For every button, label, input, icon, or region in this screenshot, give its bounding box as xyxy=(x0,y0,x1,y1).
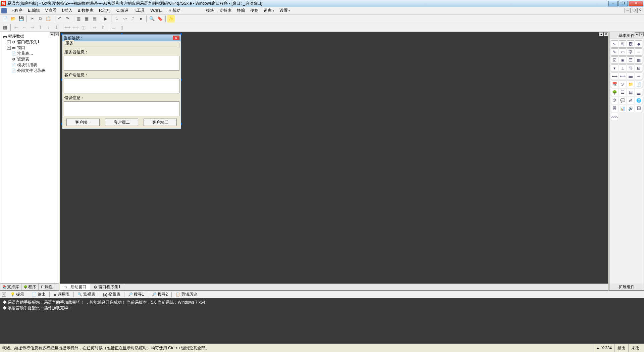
menu-dict[interactable]: 词库 xyxy=(261,7,277,14)
tab-properties[interactable]: 🗒属性 xyxy=(39,284,55,290)
menu-support[interactable]: 支持库 xyxy=(217,7,234,14)
menu-insert[interactable]: I.插入 xyxy=(59,7,75,14)
step-over-icon[interactable]: ⤻ xyxy=(121,15,128,23)
menu-edit[interactable]: E.编辑 xyxy=(25,7,42,14)
pointer-icon[interactable]: ↖ xyxy=(611,40,618,48)
time-comp-icon[interactable]: ⏲ xyxy=(619,81,626,88)
client3-button[interactable]: 客户端三 xyxy=(144,119,177,126)
copy-icon[interactable]: ⧉ xyxy=(37,15,44,23)
server-info-textbox[interactable] xyxy=(64,56,179,71)
tab-program[interactable]: 🌳程序 xyxy=(21,284,39,290)
status-comp-icon[interactable]: ▂ xyxy=(635,89,642,96)
image-comp-icon[interactable]: 🖼 xyxy=(627,40,634,48)
grid-icon[interactable]: ▦ xyxy=(1,24,9,31)
tab-output[interactable]: 📄输出 xyxy=(30,291,48,298)
print-comp-icon[interactable]: 🖨 xyxy=(627,97,634,104)
layout1-icon[interactable]: ▥ xyxy=(75,15,82,23)
video-comp-icon[interactable]: 🎞 xyxy=(635,105,642,112)
client1-button[interactable]: 客户端一 xyxy=(66,119,100,126)
error-info-textbox[interactable] xyxy=(64,101,179,116)
align-left-icon[interactable]: ⇤ xyxy=(12,24,20,31)
save-icon[interactable]: 💾 xyxy=(17,15,25,23)
tree-item[interactable]: ⚙资源表 xyxy=(1,56,58,62)
mdi-close-button[interactable]: ✕ xyxy=(637,8,643,13)
bookmark-icon[interactable]: 🔖 xyxy=(156,15,164,23)
mdi-restore-button[interactable]: ❐ xyxy=(631,8,637,13)
tab-search2[interactable]: 🔎搜寻2 xyxy=(150,291,170,298)
same-height-icon[interactable]: ⟺ xyxy=(72,24,79,31)
mdi-minimize-button[interactable]: ─ xyxy=(625,8,631,13)
menu-static[interactable]: 静编 xyxy=(234,7,248,14)
track-comp-icon[interactable]: ⊸ xyxy=(635,73,642,80)
tree-item[interactable]: 📄模块引用表 xyxy=(1,62,58,68)
line-comp-icon[interactable]: ─ xyxy=(635,48,642,56)
step-out-icon[interactable]: ⤴ xyxy=(129,15,137,23)
align-top-icon[interactable]: ⤒ xyxy=(37,24,44,31)
menu-db[interactable]: B.数据库 xyxy=(75,7,96,14)
list-comp-icon[interactable]: ☰ xyxy=(627,56,634,64)
design-form[interactable]: 当前连接： ✕ 服务 服务器信息： 客户端信息： 错误信息： 客户端一 客户端二 xyxy=(62,34,181,129)
panel-float-icon[interactable]: ◂ xyxy=(635,32,639,36)
panel-comp-icon[interactable]: ▭ xyxy=(619,48,626,56)
layout2-icon[interactable]: ▦ xyxy=(83,15,90,23)
highlight-icon[interactable]: ✨ xyxy=(167,15,175,23)
expand-icon[interactable]: + xyxy=(7,46,11,50)
tab-search1[interactable]: 🔎搜寻1 xyxy=(126,291,147,298)
shape-comp-icon[interactable]: ◆ xyxy=(635,40,642,48)
menu-module[interactable]: 模块 xyxy=(203,7,217,14)
tree-item[interactable]: +⚙窗口程序集1 xyxy=(1,39,58,45)
client2-button[interactable]: 客户端二 xyxy=(105,119,138,126)
align-middle-icon[interactable]: ↕ xyxy=(45,24,52,31)
file-comp-icon[interactable]: 📄 xyxy=(635,81,642,88)
output-console[interactable]: 易语言助手提醒您：易语言助手加载完毕！ ，智能编译开启成功！ 当前易版本：5.6… xyxy=(0,298,644,344)
combo-comp-icon[interactable]: ▾ xyxy=(611,64,618,72)
align-center-h-icon[interactable]: ↔ xyxy=(20,24,28,31)
panel-close-icon[interactable]: ✕ xyxy=(604,32,608,36)
menu-file[interactable]: F.程序 xyxy=(9,7,25,14)
tab-comp-icon[interactable]: ⊟ xyxy=(635,64,642,72)
db-comp-icon[interactable]: 🗄 xyxy=(611,105,618,112)
net-comp-icon[interactable]: 🌐 xyxy=(635,97,642,104)
tab-support-lib[interactable]: 📚支持库 xyxy=(0,284,21,290)
same-width-icon[interactable]: ⟷ xyxy=(64,24,71,31)
menu-view[interactable]: V.查看 xyxy=(43,7,59,14)
center-v-icon[interactable]: ▯ xyxy=(118,24,125,31)
vspace-icon[interactable]: ⇕ xyxy=(99,24,106,31)
chart-comp-icon[interactable]: 📊 xyxy=(619,105,626,112)
dialog-comp-icon[interactable]: 💬 xyxy=(619,97,626,104)
cut-icon[interactable]: ✂ xyxy=(29,15,36,23)
new-icon[interactable]: 📄 xyxy=(1,15,9,23)
tree-item[interactable]: 📄外部文件记录表 xyxy=(1,68,58,74)
folder-comp-icon[interactable]: 📁 xyxy=(627,81,634,88)
same-size-icon[interactable]: ◫ xyxy=(80,24,87,31)
spin-comp-icon[interactable]: ⇅ xyxy=(627,64,634,72)
tab-startup-window[interactable]: ▭_启动窗口 xyxy=(60,284,90,290)
panel-float-icon[interactable]: ◂ xyxy=(599,32,603,36)
paste-icon[interactable]: 📋 xyxy=(45,15,52,23)
breakpoint-icon[interactable]: ● xyxy=(137,15,145,23)
panel-close-icon[interactable]: ✕ xyxy=(639,32,644,36)
tab-window-set[interactable]: ⚙窗口程序集1 xyxy=(90,284,124,290)
center-h-icon[interactable]: ▭ xyxy=(110,24,117,31)
minimize-button[interactable]: ─ xyxy=(608,1,618,6)
step-into-icon[interactable]: ⤵ xyxy=(113,15,120,23)
open-icon[interactable]: 📂 xyxy=(9,15,17,23)
menu-window[interactable]: W.窗口 xyxy=(148,7,166,14)
tab-vars[interactable]: {x}变量表 xyxy=(101,291,123,298)
palette-ext-header[interactable]: 扩展组件 xyxy=(609,283,644,290)
tree-item[interactable]: 📄常量表… xyxy=(1,51,58,56)
hspace-icon[interactable]: ⇔ xyxy=(91,24,98,31)
tree-comp-icon[interactable]: 🌳 xyxy=(611,89,618,96)
panel-close-icon[interactable]: ✕ xyxy=(2,293,6,297)
edit-comp-icon[interactable]: ✎ xyxy=(611,48,618,56)
radio-comp-icon[interactable]: ◉ xyxy=(619,56,626,64)
close-button[interactable]: ✕ xyxy=(629,1,643,6)
expand-icon[interactable]: + xyxy=(7,40,11,44)
label-comp-icon[interactable]: A| xyxy=(619,40,626,48)
check-comp-icon[interactable]: ☑ xyxy=(611,56,618,64)
hscroll-comp-icon[interactable]: ⟷ xyxy=(611,73,618,80)
align-bottom-icon[interactable]: ⤓ xyxy=(53,24,60,31)
run-icon[interactable]: ▶ xyxy=(102,15,109,23)
grid-comp-icon[interactable]: ▦ xyxy=(635,56,642,64)
menu-run[interactable]: R.运行 xyxy=(96,7,114,14)
